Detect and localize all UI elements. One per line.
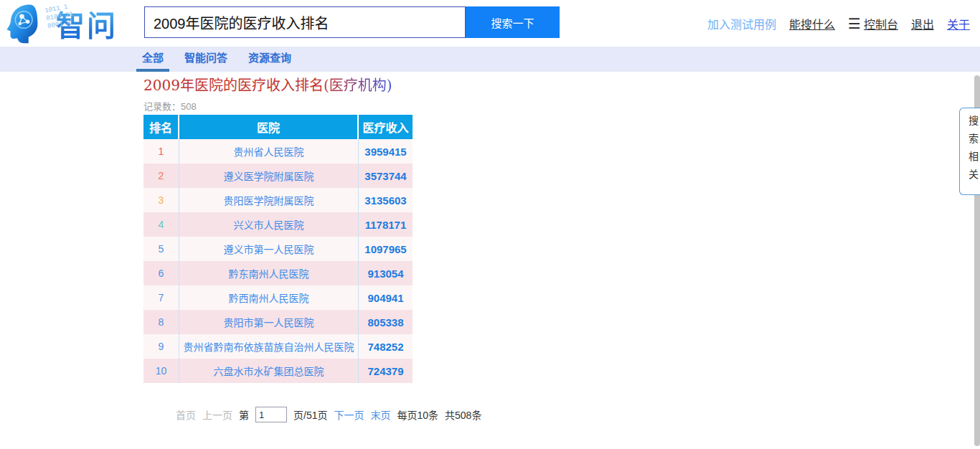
revenue-cell: 748252 xyxy=(359,334,413,359)
search-button[interactable]: 搜索一下 xyxy=(466,6,560,38)
search-related-label: 搜索相关 xyxy=(966,115,980,187)
hospital-link[interactable]: 遵义医学院附属医院 xyxy=(224,169,314,183)
pagination: 首页 上一页 第 页/51页 下一页 末页 每页10条 共508条 xyxy=(176,405,481,424)
console-link-label: 控制台 xyxy=(864,19,898,31)
revenue-cell: 3573744 xyxy=(359,164,413,188)
header-links: 加入测试用例 能搜什么 ☰控制台 退出 关于 xyxy=(707,0,970,47)
hospital-link[interactable]: 遵义市第一人民医院 xyxy=(224,242,314,256)
search-input[interactable] xyxy=(144,6,466,38)
hospital-cell: 黔西南州人民医院 xyxy=(179,285,359,310)
next-page-link[interactable]: 下一页 xyxy=(334,407,364,422)
table-row: 9贵州省黔南布依族苗族自治州人民医院748252 xyxy=(143,334,413,359)
table-row: 10六盘水市水矿集团总医院724379 xyxy=(143,359,413,383)
hospital-cell: 黔东南州人民医院 xyxy=(179,261,359,285)
record-count-label: 记录数： xyxy=(143,101,181,112)
hospital-cell: 六盘水市水矿集团总医院 xyxy=(179,359,359,383)
record-count: 记录数：508 xyxy=(143,99,197,113)
result-title-main: 2009年医院的医疗收入排名 xyxy=(143,77,324,94)
tab-resource-query[interactable]: 资源查询 xyxy=(242,47,297,72)
table-row: 1贵州省人民医院3959415 xyxy=(143,139,413,164)
total-records-label: 共508条 xyxy=(445,407,481,422)
col-header-rank: 排名 xyxy=(143,115,179,139)
revenue-cell: 3959415 xyxy=(359,139,413,164)
revenue-cell: 1178171 xyxy=(359,212,413,237)
revenue-cell: 1097965 xyxy=(359,237,413,261)
rank-cell: 1 xyxy=(143,139,179,164)
first-page-link: 首页 xyxy=(176,407,196,422)
per-page-label: 每页10条 xyxy=(397,407,438,422)
logout-link[interactable]: 退出 xyxy=(911,15,934,32)
search-related-side-tab[interactable]: 搜索相关 xyxy=(959,108,980,195)
hospital-link[interactable]: 贵州省人民医院 xyxy=(234,144,304,159)
revenue-cell: 904941 xyxy=(359,285,413,310)
record-count-value: 508 xyxy=(181,101,197,112)
tabs: 全部 智能问答 资源查询 xyxy=(136,47,306,72)
revenue-cell: 3135603 xyxy=(359,188,413,212)
table-row: 7黔西南州人民医院904941 xyxy=(143,285,413,310)
rank-cell: 3 xyxy=(143,188,179,212)
hospital-cell: 贵州省人民医院 xyxy=(179,139,359,164)
hospital-link[interactable]: 黔西南州人民医院 xyxy=(229,290,309,305)
table-body: 1贵州省人民医院39594152遵义医学院附属医院35737443贵阳医学院附属… xyxy=(143,139,413,383)
rank-cell: 10 xyxy=(143,359,179,383)
page-prefix-label: 第 xyxy=(239,407,249,422)
tab-bar: 全部 智能问答 资源查询 xyxy=(0,47,980,72)
rank-cell: 7 xyxy=(143,285,179,310)
logo[interactable]: 1011 1 0100 11 0001 0 智问 xyxy=(4,1,148,46)
col-header-revenue: 医疗收入 xyxy=(359,115,413,139)
hospital-cell: 贵州省黔南布依族苗族自治州人民医院 xyxy=(179,334,359,359)
table-row: 4兴义市人民医院1178171 xyxy=(143,212,413,237)
result-title-category: (医疗机构) xyxy=(324,77,392,94)
table-row: 6黔东南州人民医院913054 xyxy=(143,261,413,285)
rank-cell: 4 xyxy=(143,212,179,237)
about-link[interactable]: 关于 xyxy=(947,15,970,32)
table-header-row: 排名 医院 医疗收入 xyxy=(143,115,413,139)
app-window: 1011 1 0100 11 0001 0 智问 搜索一下 加入测试用例 能搜什… xyxy=(0,0,980,449)
hospital-link[interactable]: 贵州省黔南布依族苗族自治州人民医院 xyxy=(184,339,354,354)
brain-head-icon xyxy=(4,3,46,44)
rank-cell: 6 xyxy=(143,261,179,285)
hospital-cell: 贵阳医学院附属医院 xyxy=(179,188,359,212)
result-title[interactable]: 2009年医院的医疗收入排名(医疗机构) xyxy=(143,74,392,95)
rank-cell: 8 xyxy=(143,310,179,334)
hospital-link[interactable]: 贵阳医学院附属医院 xyxy=(224,193,314,207)
prev-page-link: 上一页 xyxy=(202,407,232,422)
table-row: 8贵阳市第一人民医院805338 xyxy=(143,310,413,334)
hospital-cell: 遵义市第一人民医院 xyxy=(179,237,359,261)
rank-cell: 9 xyxy=(143,334,179,359)
hamburger-icon: ☰ xyxy=(848,15,861,32)
ranking-table: 排名 医院 医疗收入 1贵州省人民医院39594152遵义医学院附属医院3573… xyxy=(143,115,413,383)
table-row: 5遵义市第一人民医院1097965 xyxy=(143,237,413,261)
hospital-cell: 贵阳市第一人民医院 xyxy=(179,310,359,334)
last-page-link[interactable]: 末页 xyxy=(370,407,390,422)
hospital-link[interactable]: 黔东南州人民医院 xyxy=(229,266,309,280)
tab-smart-qa[interactable]: 智能问答 xyxy=(179,47,233,72)
table-row: 2遵义医学院附属医院3573744 xyxy=(143,164,413,188)
page-number-input[interactable] xyxy=(255,407,287,422)
revenue-cell: 913054 xyxy=(359,261,413,285)
rank-cell: 5 xyxy=(143,237,179,261)
console-link[interactable]: ☰控制台 xyxy=(848,15,898,32)
rank-cell: 2 xyxy=(143,164,179,188)
revenue-cell: 805338 xyxy=(359,310,413,334)
col-header-hospital: 医院 xyxy=(179,115,359,139)
hospital-cell: 遵义医学院附属医院 xyxy=(179,164,359,188)
join-test-cases-link[interactable]: 加入测试用例 xyxy=(707,15,776,32)
revenue-cell: 724379 xyxy=(359,359,413,383)
hospital-link[interactable]: 六盘水市水矿集团总医院 xyxy=(214,364,324,378)
table-row: 3贵阳医学院附属医院3135603 xyxy=(143,188,413,212)
hospital-link[interactable]: 兴义市人民医院 xyxy=(234,217,304,232)
page-total-label: 页/51页 xyxy=(293,407,327,422)
what-can-search-link[interactable]: 能搜什么 xyxy=(789,15,835,32)
hospital-link[interactable]: 贵阳市第一人民医院 xyxy=(224,315,314,329)
hospital-cell: 兴义市人民医院 xyxy=(179,212,359,237)
header: 1011 1 0100 11 0001 0 智问 搜索一下 加入测试用例 能搜什… xyxy=(0,0,980,47)
tab-all[interactable]: 全部 xyxy=(136,47,169,72)
